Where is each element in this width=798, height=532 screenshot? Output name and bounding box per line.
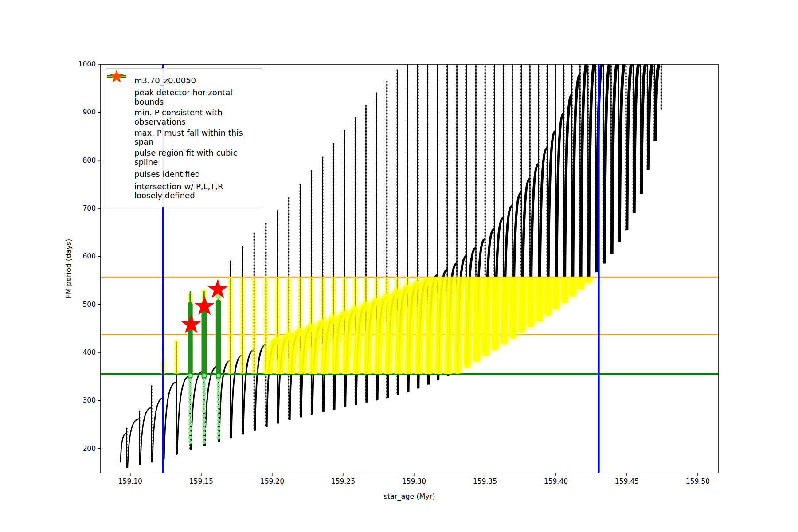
legend-item-0: m3.70_z0.0050 bbox=[109, 75, 258, 86]
y-tick-label: 1000 bbox=[78, 60, 96, 68]
legend-item-label: pulse region fit with cubic spline bbox=[132, 149, 258, 167]
legend-item-5: pulses identified bbox=[109, 169, 258, 180]
x-tick-label: 159.30 bbox=[402, 477, 426, 485]
y-tick-label: 800 bbox=[82, 156, 96, 164]
legend-item-1: peak detector horizontal bounds bbox=[109, 88, 258, 106]
legend-item-label: min. P consistent with observations bbox=[132, 108, 258, 126]
legend-item-4: pulse region fit with cubic spline bbox=[109, 149, 258, 167]
x-tick-label: 159.40 bbox=[544, 477, 568, 485]
x-tick-label: 159.50 bbox=[686, 477, 710, 485]
x-tick-label: 159.15 bbox=[189, 477, 213, 485]
x-tick-label: 159.25 bbox=[331, 477, 355, 485]
legend-item-label: intersection w/ P,L,T,R loosely defined bbox=[132, 182, 223, 200]
legend-item-2: min. P consistent with observations bbox=[109, 108, 258, 126]
figure: 159.10159.15159.20159.25159.30159.35159.… bbox=[0, 0, 798, 532]
legend-item-3: max. P must fall within this span bbox=[109, 129, 258, 147]
y-tick-label: 200 bbox=[82, 445, 96, 453]
legend-item-label: m3.70_z0.0050 bbox=[132, 76, 196, 86]
y-tick-label: 700 bbox=[82, 204, 96, 212]
legend-item-label: peak detector horizontal bounds bbox=[132, 88, 258, 106]
y-tick-label: 900 bbox=[82, 108, 96, 116]
x-tick-label: 159.10 bbox=[118, 477, 142, 485]
x-axis-label: star_age (Myr) bbox=[383, 492, 435, 501]
y-tick-label: 400 bbox=[82, 348, 96, 356]
y-tick-label: 500 bbox=[82, 301, 96, 309]
y-axis-label: FM period (days) bbox=[64, 239, 73, 298]
x-tick-label: 159.20 bbox=[260, 477, 284, 485]
legend-item-label: max. P must fall within this span bbox=[132, 129, 258, 147]
x-tick-label: 159.35 bbox=[473, 477, 497, 485]
y-tick-label: 600 bbox=[82, 252, 96, 260]
legend-box: m3.70_z0.0050peak detector horizontal bo… bbox=[105, 68, 263, 207]
x-tick-label: 159.45 bbox=[615, 477, 639, 485]
legend-item-6: intersection w/ P,L,T,R loosely defined bbox=[109, 182, 258, 200]
y-tick-label: 300 bbox=[82, 396, 96, 404]
legend-item-label: pulses identified bbox=[132, 170, 200, 179]
